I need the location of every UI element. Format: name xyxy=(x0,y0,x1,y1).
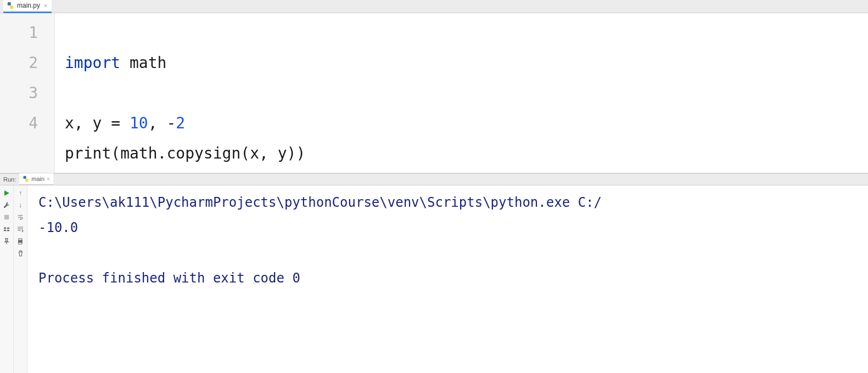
close-icon[interactable]: × xyxy=(44,2,47,9)
svg-marker-4 xyxy=(4,190,9,196)
line-number-gutter: 1 2 3 4 xyxy=(0,13,55,173)
layout-icon[interactable] xyxy=(2,225,12,234)
print-icon[interactable] xyxy=(15,237,25,246)
down-arrow-icon[interactable]: ↓ xyxy=(15,201,25,210)
svg-rect-5 xyxy=(4,215,9,219)
editor-tab-bar: main.py × xyxy=(0,0,868,13)
stop-icon[interactable] xyxy=(2,213,12,222)
file-tab-label: main.py xyxy=(17,2,40,9)
run-tool-window: ↑ ↓ C:\Users\ak111\PycharmProjects\pytho… xyxy=(0,185,868,373)
python-file-icon xyxy=(7,2,14,9)
line-number: 2 xyxy=(4,48,38,78)
svg-rect-11 xyxy=(19,239,22,240)
rerun-icon[interactable] xyxy=(2,189,12,197)
svg-rect-3 xyxy=(26,179,29,182)
trash-icon[interactable] xyxy=(15,249,25,258)
svg-rect-7 xyxy=(7,228,9,229)
svg-rect-8 xyxy=(4,230,6,231)
svg-rect-6 xyxy=(4,228,6,229)
svg-rect-2 xyxy=(24,176,26,179)
python-icon xyxy=(23,176,29,182)
soft-wrap-icon[interactable] xyxy=(15,213,25,222)
line-number: 3 xyxy=(4,78,38,108)
run-toolbar-primary xyxy=(0,185,14,373)
number-literal: 2 xyxy=(176,114,185,132)
console-line: C:\Users\ak111\PycharmProjects\pythonCou… xyxy=(38,195,602,210)
up-arrow-icon[interactable]: ↑ xyxy=(15,189,25,197)
code-editor[interactable]: 1 2 3 4 import math x, y = 10, -2 print(… xyxy=(0,13,868,173)
code-text: x, y = xyxy=(65,114,130,132)
keyword: import xyxy=(65,54,120,72)
run-label: Run: xyxy=(3,176,16,183)
svg-rect-12 xyxy=(19,242,22,244)
code-text: , - xyxy=(148,114,176,132)
console-line: -10.0 xyxy=(38,220,78,235)
console-line: Process finished with exit code 0 xyxy=(38,270,300,286)
line-number: 4 xyxy=(4,108,38,138)
code-text: print(math.copysign(x, y)) xyxy=(65,144,305,162)
close-icon[interactable]: × xyxy=(47,176,50,182)
file-tab-main[interactable]: main.py × xyxy=(3,0,52,13)
line-number: 1 xyxy=(4,18,38,48)
module-name: math xyxy=(130,54,166,72)
console-output[interactable]: C:\Users\ak111\PycharmProjects\pythonCou… xyxy=(27,185,868,373)
number-literal: 10 xyxy=(130,114,148,132)
run-tool-window-header: Run: main × xyxy=(0,173,868,185)
run-toolbar-secondary: ↑ ↓ xyxy=(14,185,27,373)
pin-icon[interactable] xyxy=(2,237,12,246)
code-area[interactable]: import math x, y = 10, -2 print(math.cop… xyxy=(55,13,305,173)
wrench-icon[interactable] xyxy=(2,201,12,210)
scroll-to-end-icon[interactable] xyxy=(15,225,25,234)
svg-rect-1 xyxy=(10,5,13,9)
run-tab-label: main xyxy=(31,176,44,182)
run-tab-main[interactable]: main × xyxy=(19,173,53,185)
svg-rect-9 xyxy=(7,230,9,231)
svg-rect-0 xyxy=(8,2,11,5)
